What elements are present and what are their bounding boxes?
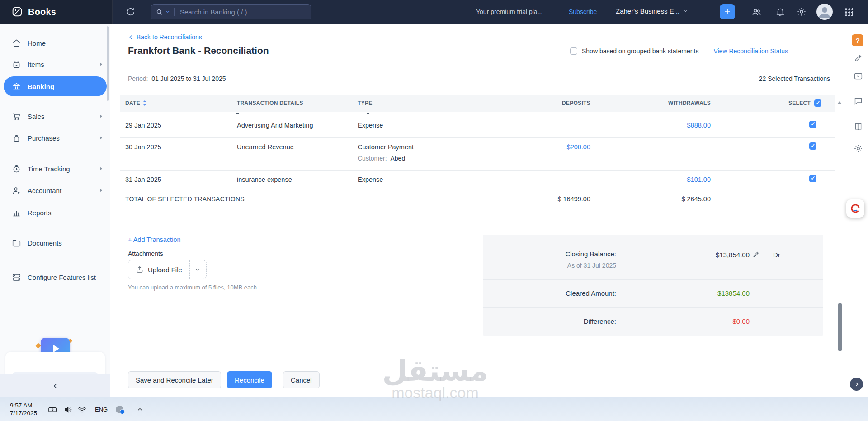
save-and-reconcile-later-button[interactable]: Save and Reconcile Later <box>128 371 221 388</box>
column-header-details: TRANSACTION DETAILS <box>237 100 303 106</box>
quick-create-button[interactable] <box>720 4 735 19</box>
top-navbar: Books Your premium trial pla... Subscrib… <box>0 0 868 24</box>
hidden-icons-chevron[interactable] <box>137 397 143 421</box>
sidebar-item-banking[interactable]: Banking <box>4 76 107 96</box>
table-row[interactable]: 29 Jan 2025 Advertising And Marketing Ex… <box>120 115 835 138</box>
organization-selector[interactable]: Zaher's Business E... <box>616 7 688 15</box>
select-all-checkbox[interactable] <box>814 99 821 107</box>
strip-settings-gear-icon[interactable] <box>854 144 863 153</box>
expand-panel-button[interactable] <box>850 378 863 391</box>
chevron-down-icon <box>195 267 201 273</box>
sidebar-item-home[interactable]: Home <box>0 34 110 52</box>
grouped-statements-checkbox[interactable] <box>570 47 577 55</box>
sidebar-item-reports[interactable]: Reports <box>0 203 110 222</box>
volume-icon[interactable] <box>64 397 73 421</box>
table-row[interactable]: 30 Jan 2025 Unearned Revenue Customer Pa… <box>120 137 835 171</box>
debit-credit-indicator: Dr <box>773 251 780 259</box>
sidebar-item-items[interactable]: Items <box>0 55 110 73</box>
sidebar-item-accountant[interactable]: Accountant <box>0 181 110 199</box>
invite-users-icon[interactable] <box>751 7 762 17</box>
sidebar-item-time-tracking[interactable]: Time Tracking <box>0 160 110 178</box>
wifi-icon[interactable] <box>77 397 87 421</box>
row-select-checkbox[interactable] <box>809 175 816 182</box>
chevron-right-icon <box>100 62 102 66</box>
chevron-down-icon <box>683 9 688 14</box>
scroll-up-arrow[interactable] <box>837 101 842 104</box>
edit-pencil-icon[interactable] <box>752 251 760 258</box>
column-header-date[interactable]: DATE <box>125 100 146 106</box>
action-bar: Save and Reconcile Later Reconcile Cance… <box>110 365 849 397</box>
row-select-checkbox[interactable] <box>809 121 816 128</box>
upload-note: You can upload a maximum of 5 files, 10M… <box>128 284 257 291</box>
sidebar-item-purchases[interactable]: Purchases <box>0 129 110 147</box>
upload-icon <box>136 265 144 274</box>
user-avatar[interactable] <box>816 4 833 20</box>
zoho-books-logo-icon <box>11 5 24 18</box>
sidebar-collapse-button[interactable] <box>0 374 110 397</box>
total-withdrawals: $ 2645.00 <box>625 195 711 203</box>
column-header-type: TYPE <box>358 100 373 106</box>
notifications-bell-icon[interactable] <box>775 7 785 17</box>
reconcile-button[interactable]: Reconcile <box>227 371 272 388</box>
search-scope-chevron-icon[interactable] <box>165 9 170 14</box>
sidebar-item-documents[interactable]: Documents <box>0 234 110 252</box>
taskbar-clock[interactable]: 9:57 AM 7/17/2025 <box>10 402 37 417</box>
customize-pencil-icon[interactable] <box>854 53 863 63</box>
cell-date: 29 Jan 2025 <box>125 122 161 129</box>
sort-icon[interactable] <box>143 100 146 106</box>
view-reconciliation-status-link[interactable]: View Reconciliation Status <box>713 47 788 55</box>
grouped-statements-label: Show based on grouped bank statements <box>582 47 698 55</box>
brand-area: Books <box>0 0 113 24</box>
reports-chart-icon <box>12 208 21 218</box>
search-icon <box>156 8 163 16</box>
difference-row: Difference: $0.00 <box>483 308 823 336</box>
cancel-button[interactable]: Cancel <box>283 371 320 388</box>
header-controls: Show based on grouped bank statements Vi… <box>570 47 788 56</box>
chevron-left-icon <box>128 34 134 40</box>
back-to-reconciliations-link[interactable]: Back to Reconciliations <box>128 33 202 41</box>
sidebar-item-label: Sales <box>28 113 45 120</box>
purchases-pouch-icon <box>12 133 21 143</box>
recent-history-icon[interactable] <box>126 7 136 17</box>
sidebar-item-configure-features[interactable]: Configure Features list <box>0 268 110 286</box>
windows-taskbar: 9:57 AM 7/17/2025 ENG 54 ب <box>0 397 868 421</box>
feedback-chat-icon[interactable] <box>854 96 863 106</box>
withdrawal-amount-link[interactable]: $888.00 <box>625 122 711 129</box>
app-title: Books <box>28 7 56 17</box>
withdrawal-amount-link[interactable]: $101.00 <box>625 176 711 183</box>
period-row: Period: 01 Jul 2025 to 31 Jul 2025 <box>128 75 226 82</box>
chevron-right-icon <box>100 114 102 118</box>
chevron-left-icon <box>52 382 59 390</box>
table-row[interactable]: 31 Jan 2025 insurance expense Expense $1… <box>120 170 835 190</box>
subscribe-link[interactable]: Subscribe <box>569 8 597 15</box>
sidebar-item-label: Home <box>28 39 46 47</box>
battery-icon[interactable] <box>48 397 58 421</box>
cell-details: Advertising And Marketing <box>237 122 313 129</box>
upload-button-label: Upload File <box>148 266 182 274</box>
tray-app-icon[interactable] <box>116 397 123 421</box>
closing-balance-value: $13,854.00 <box>641 251 750 259</box>
add-transaction-link[interactable]: + Add Transaction <box>128 236 180 243</box>
help-button[interactable]: ? <box>852 34 863 46</box>
row-select-checkbox[interactable] <box>809 142 816 150</box>
cell-date: 30 Jan 2025 <box>125 143 161 151</box>
upload-options-dropdown[interactable] <box>190 260 206 279</box>
apps-grid-icon[interactable] <box>844 8 853 16</box>
sidebar-item-label: Purchases <box>28 134 60 142</box>
global-search[interactable] <box>151 4 311 19</box>
closing-balance-label: Closing Balance: <box>483 250 616 258</box>
total-label: TOTAL OF SELECTED TRANSACTIONS <box>125 195 245 203</box>
page-title: Frankfort Bank - Reconciliation <box>128 45 269 56</box>
page-scrollbar-thumb[interactable] <box>838 303 842 351</box>
search-input[interactable] <box>179 8 307 16</box>
knowledge-base-icon[interactable] <box>854 122 863 132</box>
language-indicator[interactable]: ENG <box>95 397 108 421</box>
divider <box>706 47 706 56</box>
upload-file-button[interactable]: Upload File <box>128 260 207 279</box>
video-tutorials-icon[interactable] <box>854 71 863 81</box>
sidebar-item-sales[interactable]: Sales <box>0 107 110 125</box>
deposit-amount-link[interactable]: $200.00 <box>505 143 590 151</box>
browser-extension-badge[interactable] <box>846 199 864 218</box>
settings-gear-icon[interactable] <box>797 7 807 17</box>
clipped-row-fragment <box>236 113 239 114</box>
